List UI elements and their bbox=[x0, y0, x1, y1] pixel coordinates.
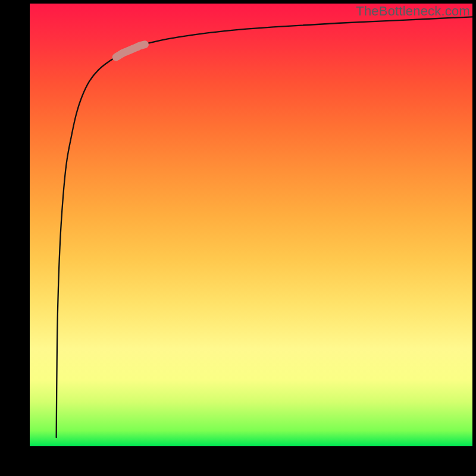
chart-curve bbox=[57, 17, 472, 437]
chart-canvas bbox=[30, 4, 472, 446]
watermark-text: TheBottleneck.com bbox=[356, 4, 470, 19]
chart-frame: TheBottleneck.com bbox=[0, 0, 476, 476]
chart-highlight-segment bbox=[116, 45, 145, 57]
plot-area bbox=[30, 4, 472, 446]
